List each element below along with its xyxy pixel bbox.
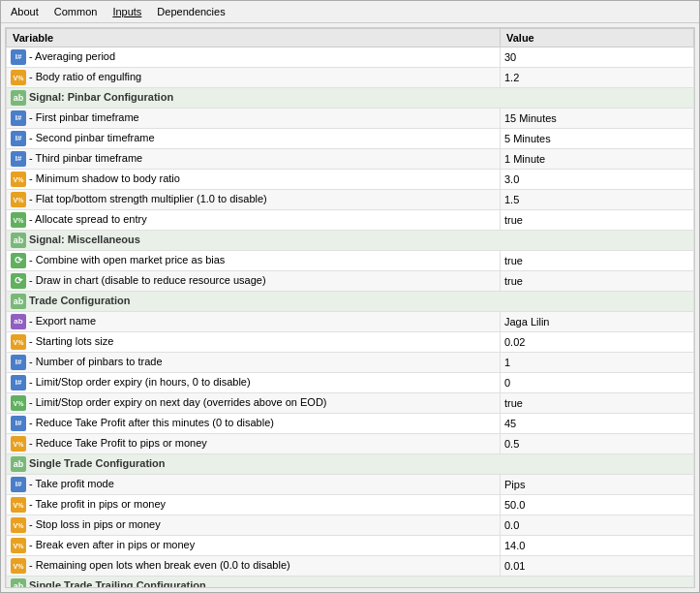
variable-cell: V%- Allocate spread to entry <box>7 210 501 231</box>
type-icon: V% <box>11 538 26 553</box>
table-wrapper[interactable]: Variable Value I#- Averaging period30V%-… <box>5 27 695 588</box>
variable-cell: ⟳- Draw in chart (disable to reduce reso… <box>7 271 501 292</box>
section-label: abSignal: Miscellaneous <box>7 231 694 251</box>
value-cell: true <box>501 251 694 271</box>
value-cell: 1.5 <box>501 190 694 210</box>
value-cell: 1 Minute <box>501 149 694 170</box>
type-icon: ab <box>11 233 26 248</box>
variable-label: - Starting lots size <box>29 335 113 347</box>
table-row: V%- Remaining open lots when break even … <box>7 556 694 577</box>
menubar-item-inputs[interactable]: Inputs <box>108 4 145 19</box>
menubar-item-common[interactable]: Common <box>50 4 102 19</box>
variable-cell: I#- Third pinbar timeframe <box>7 149 501 170</box>
value-cell: 0.0 <box>501 515 694 536</box>
table-row: abSingle Trade Configuration <box>7 454 694 475</box>
variable-label: - Minimum shadow to body ratio <box>29 172 180 184</box>
table-row: V%- Limit/Stop order expiry on next day … <box>7 393 694 414</box>
table-row: abSignal: Pinbar Configuration <box>7 88 694 109</box>
variable-cell: V%- Break even after in pips or money <box>7 536 501 556</box>
table-row: V%- Starting lots size0.02 <box>7 332 694 353</box>
type-icon: I# <box>11 355 26 370</box>
value-cell: 1 <box>501 353 694 373</box>
variable-cell: I#- Second pinbar timeframe <box>7 129 501 149</box>
variable-label: - Stop loss in pips or money <box>29 518 161 530</box>
menubar: AboutCommonInputsDependencies <box>1 1 699 23</box>
type-icon: V% <box>11 436 26 452</box>
table-row: I#- First pinbar timeframe15 Minutes <box>7 109 694 129</box>
variable-cell: V%- Remaining open lots when break even … <box>7 556 501 577</box>
variable-cell: I#- First pinbar timeframe <box>7 109 501 129</box>
table-row: V%- Flat top/bottom strength multiplier … <box>7 190 694 210</box>
variable-cell: ⟳- Combine with open market price as bia… <box>7 251 501 271</box>
table-row: V%- Minimum shadow to body ratio3.0 <box>7 170 694 190</box>
main-window: AboutCommonInputsDependencies Variable V… <box>0 0 700 593</box>
variable-label: - Number of pinbars to trade <box>29 356 163 367</box>
type-icon: V% <box>11 558 26 574</box>
section-label: abSignal: Pinbar Configuration <box>7 88 694 109</box>
type-icon: V% <box>11 172 26 187</box>
variable-label: - Break even after in pips or money <box>29 539 195 550</box>
section-label: abTrade Configuration <box>7 292 694 312</box>
type-icon: V% <box>11 70 26 85</box>
type-icon: I# <box>11 49 26 65</box>
table-row: I#- Number of pinbars to trade1 <box>7 353 694 373</box>
variable-label: Single Trade Configuration <box>29 457 166 469</box>
variable-label: - Reduce Take Profit to pips or money <box>29 437 207 449</box>
variable-label: - Draw in chart (disable to reduce resou… <box>29 274 266 286</box>
value-cell: Jaga Lilin <box>501 312 694 332</box>
variable-label: - Limit/Stop order expiry on next day (o… <box>29 396 327 408</box>
variable-label: - Take profit in pips or money <box>29 498 166 510</box>
menubar-item-about[interactable]: About <box>7 4 43 19</box>
variable-label: - Second pinbar timeframe <box>29 132 155 143</box>
table-row: V%- Stop loss in pips or money0.0 <box>7 515 694 536</box>
variable-cell: V%- Body ratio of engulfing <box>7 68 501 88</box>
table-row: V%- Break even after in pips or money14.… <box>7 536 694 556</box>
inputs-table: Variable Value I#- Averaging period30V%-… <box>6 28 694 588</box>
value-cell: 1.2 <box>501 68 694 88</box>
type-icon: ab <box>11 456 26 472</box>
value-cell: 14.0 <box>501 536 694 556</box>
table-row: ab- Export nameJaga Lilin <box>7 312 694 332</box>
value-cell: 50.0 <box>501 495 694 515</box>
variable-label: - Allocate spread to entry <box>29 213 147 225</box>
variable-label: - Reduce Take Profit after this minutes … <box>29 417 274 428</box>
type-icon: I# <box>11 416 26 431</box>
type-icon: I# <box>11 110 26 126</box>
variable-label: - Flat top/bottom strength multiplier (1… <box>29 193 267 204</box>
table-row: V%- Allocate spread to entrytrue <box>7 210 694 231</box>
value-cell: true <box>501 393 694 414</box>
type-icon: I# <box>11 151 26 167</box>
type-icon: V% <box>11 497 26 513</box>
variable-cell: I#- Averaging period <box>7 47 501 68</box>
type-icon: ⟳ <box>11 253 26 268</box>
type-icon: I# <box>11 477 26 492</box>
variable-label: Signal: Miscellaneous <box>29 234 140 245</box>
value-cell: true <box>501 210 694 231</box>
value-cell: 15 Minutes <box>501 109 694 129</box>
menubar-item-dependencies[interactable]: Dependencies <box>153 4 228 19</box>
variable-label: - Remaining open lots when break even (0… <box>29 559 290 571</box>
variable-label: - Limit/Stop order expiry (in hours, 0 t… <box>29 376 251 388</box>
variable-label: - Combine with open market price as bias <box>29 254 225 265</box>
col-value: Value <box>501 29 694 47</box>
table-row: I#- Limit/Stop order expiry (in hours, 0… <box>7 373 694 393</box>
table-row: abSingle Trade Trailing Configuration <box>7 577 694 589</box>
variable-label: - First pinbar timeframe <box>29 111 139 123</box>
variable-cell: V%- Limit/Stop order expiry on next day … <box>7 393 501 414</box>
col-variable: Variable <box>7 29 501 47</box>
variable-cell: V%- Take profit in pips or money <box>7 495 501 515</box>
type-icon: ⟳ <box>11 273 26 289</box>
variable-cell: V%- Minimum shadow to body ratio <box>7 170 501 190</box>
variable-cell: V%- Reduce Take Profit to pips or money <box>7 434 501 454</box>
section-label: abSingle Trade Configuration <box>7 454 694 475</box>
value-cell: 0.01 <box>501 556 694 577</box>
table-row: I#- Third pinbar timeframe1 Minute <box>7 149 694 170</box>
type-icon: V% <box>11 395 26 411</box>
table-row: ⟳- Draw in chart (disable to reduce reso… <box>7 271 694 292</box>
value-cell: 5 Minutes <box>501 129 694 149</box>
variable-cell: V%- Stop loss in pips or money <box>7 515 501 536</box>
variable-label: - Export name <box>29 315 96 327</box>
type-icon: V% <box>11 517 26 533</box>
type-icon: I# <box>11 375 26 390</box>
table-row: ⟳- Combine with open market price as bia… <box>7 251 694 271</box>
